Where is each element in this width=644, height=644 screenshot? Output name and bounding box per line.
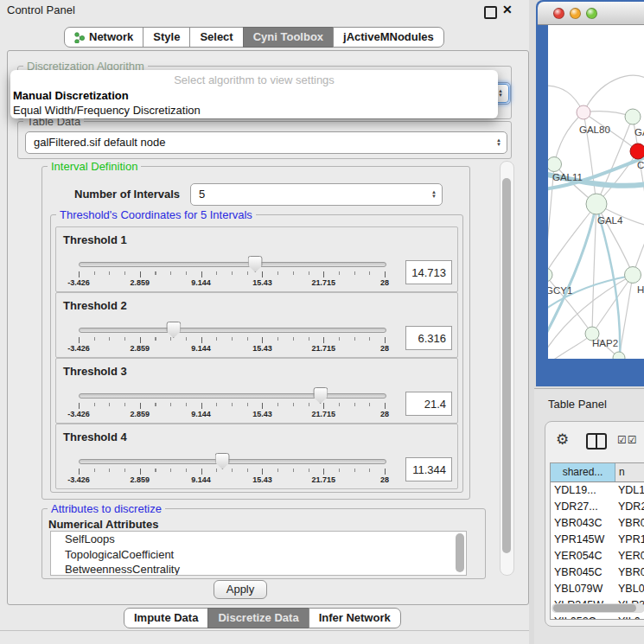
- window-zoom-button[interactable]: [586, 8, 597, 19]
- cell-name[interactable]: YBR0: [615, 515, 644, 532]
- cell-shared-name[interactable]: YBL079W: [551, 581, 615, 597]
- list-item[interactable]: BetweennessCentrality: [51, 562, 466, 576]
- cell-name[interactable]: YDL1: [615, 482, 644, 499]
- tick-label: 28: [380, 278, 389, 287]
- cell-name[interactable]: YBL0: [615, 581, 644, 597]
- network-node[interactable]: [548, 268, 552, 282]
- numerical-attributes-list[interactable]: SelfLoopsTopologicalCoefficientBetweenne…: [50, 531, 467, 576]
- table-row[interactable]: YPR145W YPR1: [551, 532, 644, 548]
- table-row[interactable]: YBL079W YBL0: [551, 581, 644, 597]
- bottom-tab-bar: Impute Data Discretize Data Infer Networ…: [124, 608, 401, 628]
- tab-impute-data[interactable]: Impute Data: [124, 608, 208, 628]
- threshold-1-value-field[interactable]: 14.713: [405, 260, 452, 284]
- tab-select[interactable]: Select: [189, 27, 243, 48]
- close-icon[interactable]: ✕: [502, 3, 513, 16]
- float-window-icon[interactable]: [484, 6, 497, 19]
- network-window-titlebar[interactable]: [538, 2, 644, 25]
- cell-shared-name[interactable]: YDR27...: [551, 499, 615, 515]
- list-item[interactable]: SelfLoops: [51, 532, 466, 547]
- cell-shared-name[interactable]: YER054C: [551, 548, 615, 564]
- threshold-2-panel: Threshold 2 -3.4262.8599.14415.4321.7152…: [55, 292, 458, 358]
- slider-track[interactable]: [79, 262, 386, 267]
- cell-name[interactable]: YDR2: [615, 499, 644, 515]
- tab-jactivemnodules[interactable]: jActiveMNodules: [333, 27, 444, 48]
- tab-style[interactable]: Style: [143, 27, 190, 48]
- table-data-combo[interactable]: galFiltered.sif default node ▲▼: [25, 131, 507, 154]
- window-minimize-button[interactable]: [570, 8, 581, 19]
- list-scrollbar[interactable]: [456, 533, 464, 572]
- network-edge[interactable]: [554, 112, 583, 164]
- cell-shared-name[interactable]: YDL19...: [551, 482, 615, 499]
- combo-stepper-icon[interactable]: ▲▼: [496, 138, 501, 147]
- tab-discretize-data[interactable]: Discretize Data: [207, 608, 309, 628]
- table-row[interactable]: YDR27... YDR2: [551, 499, 644, 515]
- table-row[interactable]: YER054C YER0: [551, 548, 644, 564]
- slider-thumb[interactable]: [166, 322, 181, 338]
- panel-scrollbar-thumb[interactable]: [502, 178, 511, 553]
- table-row[interactable]: YIL052C YIL0: [551, 614, 644, 620]
- split-view-icon[interactable]: [586, 433, 607, 450]
- network-view-window[interactable]: GAL80GACGAL11GAL4GCY1HHAP2: [536, 0, 644, 386]
- network-node[interactable]: [625, 109, 641, 124]
- cell-name[interactable]: YBR0: [615, 564, 644, 581]
- threshold-3-panel: Threshold 3 -3.4262.8599.14415.4321.7152…: [55, 358, 458, 424]
- slider-track[interactable]: [79, 459, 386, 464]
- threshold-1-panel: Threshold 1 -3.4262.8599.14415.4321.7152…: [55, 226, 458, 292]
- list-item[interactable]: TopologicalCoefficient: [51, 547, 466, 563]
- network-node[interactable]: [625, 267, 641, 284]
- network-node-label: GA: [634, 127, 644, 137]
- cell-name[interactable]: YPR1: [615, 532, 644, 548]
- cell-name[interactable]: YIL0: [615, 614, 644, 620]
- popup-item-equal-width-frequency[interactable]: Equal Width/Frequency Discretization: [13, 104, 201, 117]
- tab-infer-network[interactable]: Infer Network: [309, 608, 401, 628]
- slider-ticks: [79, 403, 386, 409]
- threshold-3-value-field[interactable]: 21.4: [405, 392, 452, 416]
- network-node[interactable]: [586, 194, 607, 214]
- combo-stepper-icon[interactable]: ▲▼: [431, 190, 437, 199]
- table-hscrollbar-thumb[interactable]: [553, 604, 636, 612]
- column-header-name[interactable]: n: [615, 463, 644, 481]
- threshold-4-label: Threshold 4: [63, 430, 127, 443]
- table-row[interactable]: YBR045C YBR0: [551, 564, 644, 581]
- column-header-shared[interactable]: shared...: [551, 463, 615, 481]
- thresholds-group-title: Threshold's Coordinates for 5 Intervals: [56, 208, 256, 221]
- slider-track[interactable]: [79, 328, 386, 333]
- tab-cyni-toolbox[interactable]: Cyni Toolbox: [243, 27, 334, 48]
- table-row[interactable]: YDL19... YDL1: [551, 482, 644, 499]
- slider-thumb[interactable]: [313, 387, 328, 404]
- network-edge[interactable]: [548, 204, 596, 275]
- slider-thumb[interactable]: [215, 453, 230, 469]
- network-node[interactable]: [548, 157, 562, 172]
- popup-item-manual-discretization[interactable]: Manual Discretization: [13, 89, 129, 102]
- table-row[interactable]: YBR043C YBR0: [551, 515, 644, 532]
- cell-shared-name[interactable]: YIL052C: [551, 614, 615, 620]
- number-of-intervals-combo[interactable]: 5 ▲▼: [190, 183, 443, 206]
- tick-label: 2.859: [131, 475, 150, 484]
- tick-label: 28: [380, 475, 389, 484]
- cell-name[interactable]: YER0: [615, 548, 644, 564]
- cell-shared-name[interactable]: YPR145W: [551, 532, 615, 548]
- network-node[interactable]: [613, 352, 625, 359]
- slider-thumb[interactable]: [248, 256, 263, 272]
- cell-shared-name[interactable]: YBR045C: [551, 564, 615, 581]
- threshold-4-value-field[interactable]: 11.344: [405, 457, 452, 481]
- cell-shared-name[interactable]: YBR043C: [551, 515, 615, 532]
- network-canvas[interactable]: GAL80GACGAL11GAL4GCY1HHAP2: [548, 25, 644, 359]
- threshold-2-value-field[interactable]: 6.316: [405, 326, 452, 350]
- apply-button[interactable]: Apply: [214, 580, 267, 599]
- checkbox-icons[interactable]: ☑☑: [617, 434, 638, 446]
- node-table: shared... n YDL19... YDL1 YDR27... YDR2 …: [550, 462, 644, 620]
- slider-tick-labels: -3.4262.8599.14415.4321.71528: [79, 410, 385, 419]
- tick-label: 21.715: [311, 278, 335, 287]
- gear-icon[interactable]: ⚙: [556, 430, 569, 449]
- tick-label: -3.426: [67, 278, 90, 287]
- threshold-1-label: Threshold 1: [63, 233, 127, 246]
- tab-network[interactable]: Network: [64, 27, 143, 48]
- window-close-button[interactable]: [553, 8, 564, 19]
- slider-ticks: [79, 337, 386, 343]
- network-edge[interactable]: [583, 75, 644, 112]
- slider-track[interactable]: [79, 393, 386, 399]
- network-tab-icon: [74, 32, 85, 43]
- network-node[interactable]: [630, 143, 644, 159]
- network-node[interactable]: [577, 105, 590, 119]
